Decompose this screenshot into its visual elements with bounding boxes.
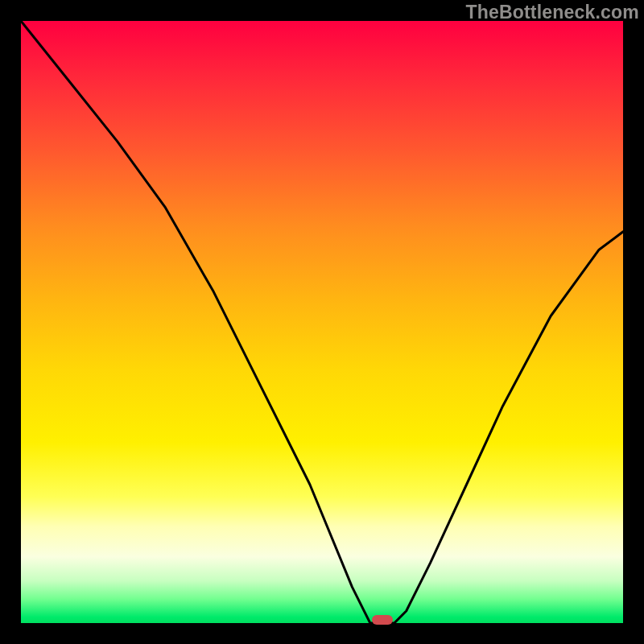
optimal-marker — [372, 615, 393, 625]
chart-frame: TheBottleneck.com — [0, 0, 644, 644]
plot-area — [21, 21, 623, 623]
watermark-text: TheBottleneck.com — [465, 2, 639, 23]
bottleneck-curve — [21, 21, 623, 623]
